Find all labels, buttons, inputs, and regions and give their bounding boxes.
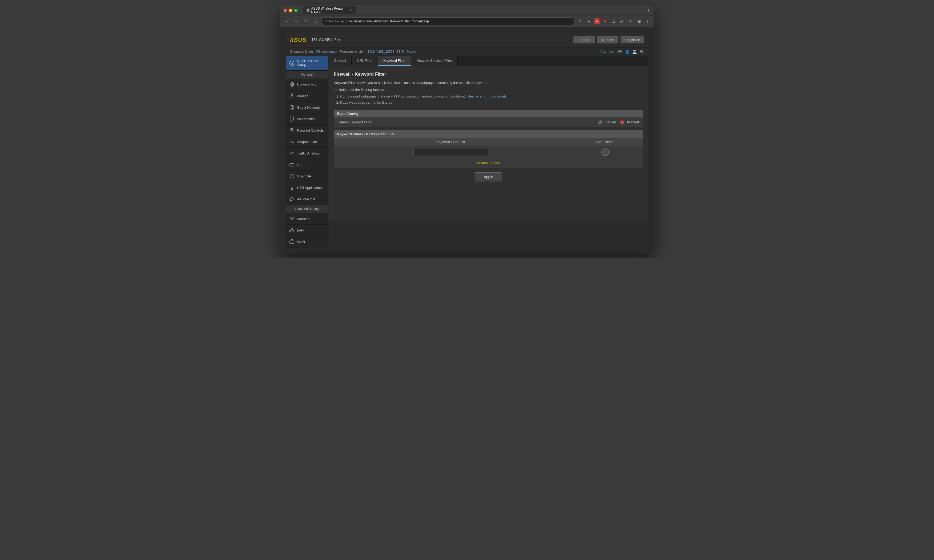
open-nat-label: Open NAT bbox=[297, 174, 313, 178]
tab-url-filter[interactable]: URL Filter bbox=[351, 56, 378, 66]
profile-icon[interactable]: A bbox=[594, 18, 600, 24]
back-button[interactable]: ← bbox=[283, 18, 291, 25]
sidebar-item-wireless[interactable]: Wireless bbox=[286, 213, 328, 225]
ssid-link[interactable]: Mezha bbox=[407, 50, 416, 54]
firmware-label: Firmware Version: bbox=[340, 50, 365, 54]
asus-logo-text: /ISUS bbox=[290, 37, 307, 43]
reload-button[interactable]: ↻ bbox=[302, 18, 310, 25]
minimize-button[interactable] bbox=[289, 9, 292, 12]
svg-rect-19 bbox=[291, 189, 293, 189]
firmware-link[interactable]: 3.0.0.4.388_22525 bbox=[368, 50, 394, 54]
browser-settings-button[interactable]: ⋮ bbox=[644, 18, 651, 25]
limitations-header: Limitations of the filtering function : bbox=[334, 88, 643, 92]
sidebar-item-traffic-analyzer[interactable]: Traffic Analyzer bbox=[286, 148, 328, 159]
browser-window: ASUS Wireless Router RT-AX8 ✕ + ⋮ ← → ↻ … bbox=[281, 5, 653, 253]
basic-config-header: Basic Config bbox=[334, 110, 643, 117]
svg-point-16 bbox=[293, 165, 293, 165]
filter-table: Keyword Filter List Add / Delete bbox=[334, 138, 643, 168]
sidebar-item-aiprotection[interactable]: AiProtection bbox=[286, 113, 328, 125]
col-filter-list: Keyword Filter List bbox=[334, 138, 567, 146]
aiprotection-icon bbox=[289, 116, 295, 122]
extension-icon-1[interactable]: ■ bbox=[601, 18, 608, 25]
general-section-header: General bbox=[286, 71, 328, 79]
sidebar-item-aicloud[interactable]: AiCloud 2.0 bbox=[286, 194, 328, 205]
router-page: /ISUS RT-AX86U Pro Logout Reboot English… bbox=[281, 27, 653, 253]
asus-logo: /ISUS bbox=[290, 37, 307, 43]
sidebar-item-parental-controls[interactable]: Parental Controls bbox=[286, 125, 328, 136]
tab-keyword-filter[interactable]: Keyword Filter bbox=[378, 56, 411, 66]
wireless-icon bbox=[289, 216, 295, 222]
sidebar-item-network-map[interactable]: Network Map bbox=[286, 79, 328, 90]
language-selector[interactable]: English ▼ bbox=[621, 36, 644, 43]
parental-controls-icon bbox=[289, 127, 295, 133]
extension-icon-2[interactable]: ☐ bbox=[610, 18, 617, 25]
extension-icon-5[interactable]: ▣ bbox=[635, 18, 643, 25]
aimesh-label: AiMesh bbox=[297, 94, 308, 98]
content-area: General URL Filter Keyword Filter Networ… bbox=[328, 56, 648, 248]
filter-list-section: Keyword Filter List (Max Limit : 64) Key… bbox=[334, 130, 643, 168]
share-icon[interactable]: ⇡ bbox=[577, 18, 584, 25]
sidebar-item-open-nat[interactable]: Open NAT bbox=[286, 171, 328, 182]
forward-button[interactable]: → bbox=[293, 18, 300, 25]
close-button[interactable] bbox=[284, 9, 287, 12]
sidebar: Quick Internet Setup General Network Map bbox=[286, 56, 328, 248]
sidebar-item-wan[interactable]: WAN bbox=[286, 236, 328, 248]
sidebar-item-aimesh[interactable]: AiMesh bbox=[286, 90, 328, 102]
tab-url-filter-label: URL Filter bbox=[357, 58, 372, 63]
svg-point-17 bbox=[293, 164, 293, 165]
tab-network-services-filter-label: Network Services Filter bbox=[416, 58, 452, 63]
bookmark-icon[interactable]: ★ bbox=[585, 18, 592, 25]
logout-button[interactable]: Logout bbox=[573, 36, 595, 43]
ssid-label: SSID: bbox=[396, 50, 405, 54]
svg-line-8 bbox=[292, 95, 293, 97]
tab-network-services-filter[interactable]: Network Services Filter bbox=[411, 56, 458, 66]
enabled-radio[interactable]: Enabled bbox=[598, 120, 616, 124]
browser-toolbar: ← → ↻ ⌂ ⚠ Not Secure | router.asus.com /… bbox=[281, 15, 653, 27]
monitor-icon: 💻 bbox=[632, 49, 637, 54]
svg-rect-20 bbox=[290, 231, 291, 232]
new-tab-button[interactable]: + bbox=[357, 7, 365, 14]
open-nat-icon bbox=[289, 173, 295, 179]
security-icon: ⚠ bbox=[325, 20, 328, 23]
limitation-1: Compressed webpages that use HTTP compre… bbox=[340, 93, 643, 99]
disabled-radio[interactable]: Disabled bbox=[620, 120, 639, 124]
sidebar-item-game[interactable]: Game bbox=[286, 159, 328, 171]
sidebar-item-adaptive-qos[interactable]: Adaptive QoS bbox=[286, 136, 328, 148]
extension-icon-4[interactable]: ✦ bbox=[627, 18, 634, 25]
adaptive-qos-label: Adaptive QoS bbox=[297, 140, 318, 144]
browser-menu-button[interactable]: ⋮ bbox=[647, 8, 650, 12]
extension-icon-3[interactable]: ☍ bbox=[618, 18, 625, 25]
tab-general[interactable]: General bbox=[328, 56, 351, 66]
reboot-button[interactable]: Reboot bbox=[597, 36, 619, 43]
browser-titlebar: ASUS Wireless Router RT-AX8 ✕ + ⋮ bbox=[281, 5, 653, 15]
tab-close-button[interactable]: ✕ bbox=[350, 9, 352, 12]
sidebar-item-usb-application[interactable]: USB Application bbox=[286, 182, 328, 194]
keyword-input[interactable] bbox=[413, 149, 488, 156]
browser-tab-active[interactable]: ASUS Wireless Router RT-AX8 ✕ bbox=[303, 6, 356, 14]
home-button[interactable]: ⌂ bbox=[312, 18, 319, 25]
quick-internet-setup[interactable]: Quick Internet Setup bbox=[286, 56, 328, 71]
add-button[interactable]: + bbox=[601, 148, 609, 156]
tab-general-label: General bbox=[334, 58, 346, 63]
lan-label: LAN bbox=[297, 228, 304, 232]
svg-line-7 bbox=[291, 95, 292, 97]
lan-icon bbox=[289, 227, 295, 233]
enable-keyword-filter-label: Enable Keyword Filter bbox=[338, 120, 598, 124]
maximize-button[interactable] bbox=[294, 9, 297, 12]
sidebar-item-guest-network[interactable]: Guest Network bbox=[286, 102, 328, 113]
usb-application-icon bbox=[289, 185, 295, 191]
enabled-radio-circle bbox=[598, 120, 602, 124]
user-icon: 👤 bbox=[625, 49, 630, 54]
no-data-row: No data in table. bbox=[334, 158, 643, 168]
apply-button[interactable]: Apply bbox=[475, 172, 502, 182]
svg-point-6 bbox=[293, 97, 294, 98]
operation-mode-link[interactable]: Wireless router bbox=[316, 50, 338, 54]
limitation-1-link[interactable]: See here for more details. bbox=[467, 94, 507, 98]
aimesh-icon bbox=[289, 93, 295, 99]
app-text: App bbox=[609, 50, 614, 54]
status-icons: App App 🎮 👤 💻 🔌 bbox=[600, 49, 644, 54]
chevron-down-icon: ▼ bbox=[637, 38, 640, 42]
tab-bar: General URL Filter Keyword Filter Networ… bbox=[328, 56, 648, 66]
address-bar[interactable]: ⚠ Not Secure | router.asus.com /Advanced… bbox=[321, 17, 575, 25]
sidebar-item-lan[interactable]: LAN bbox=[286, 225, 328, 236]
